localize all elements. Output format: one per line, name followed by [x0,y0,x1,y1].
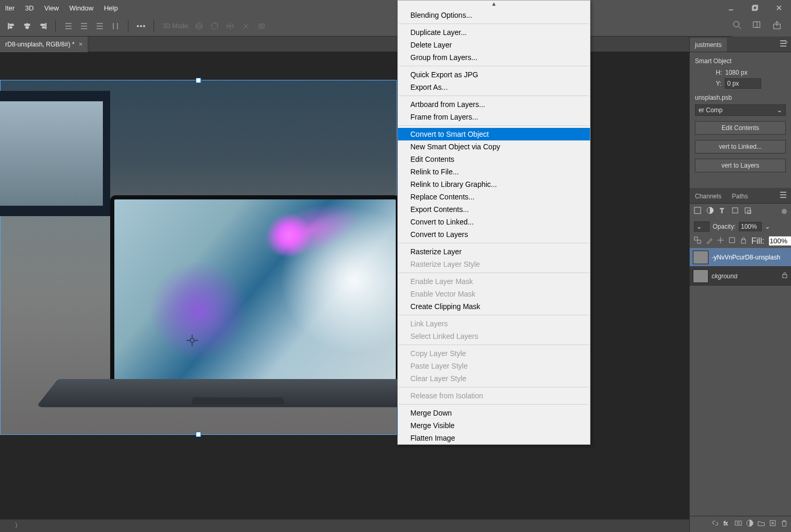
3d-zoom-icon[interactable] [255,20,268,32]
layer-row[interactable]: ckground [690,267,791,286]
context-menu-item[interactable]: Relink to File... [398,165,590,178]
layer-thumbnail[interactable] [693,251,709,264]
edit-contents-button[interactable]: Edit Contents [695,121,786,135]
panels-expand-icon[interactable]: » [785,39,788,45]
height-label: H: [716,69,722,76]
search-icon[interactable] [733,20,742,32]
context-menu-item[interactable]: Delete Layer [398,39,590,51]
lock-pixels-icon[interactable] [705,237,713,246]
menu-view[interactable]: View [39,4,64,12]
link-layers-icon[interactable] [712,519,719,529]
svg-rect-10 [26,27,29,28]
3d-roll-icon[interactable] [208,20,221,32]
lock-transparency-icon[interactable] [694,237,701,246]
canvas-image[interactable] [0,80,397,435]
layer-name[interactable]: ckground [712,273,737,280]
delete-layer-icon[interactable] [781,519,788,529]
svg-point-33 [734,21,739,27]
context-menu-item[interactable]: Export Contents... [398,203,590,216]
filter-toggle-icon[interactable] [782,209,787,214]
layer-thumbnail[interactable] [693,269,709,283]
context-menu-item[interactable]: Export As... [398,81,590,93]
transform-handle-top[interactable] [196,78,201,83]
distribute-spacing-icon[interactable] [109,20,122,32]
minimize-button[interactable] [719,0,743,16]
context-menu-item[interactable]: Duplicate Layer... [398,26,590,39]
restore-button[interactable] [743,0,767,16]
more-options-icon[interactable] [135,20,147,32]
distribute-top-icon[interactable] [62,20,75,32]
layer-row[interactable]: -yNvVnPcurD8-unsplash [690,248,791,267]
panel-menu-icon[interactable]: ☰ [775,36,791,52]
lock-icon[interactable] [782,272,788,280]
layers-panel-menu-icon[interactable]: ☰ [775,187,791,203]
align-center-h-icon[interactable] [21,20,33,32]
transform-handle-bottom[interactable] [196,432,201,437]
align-right-icon[interactable] [37,20,49,32]
context-menu-item[interactable]: Relink to Library Graphic... [398,178,590,191]
context-menu-item[interactable]: Quick Export as JPG [398,68,590,81]
3d-pan-icon[interactable] [224,20,237,32]
layer-style-icon[interactable]: fx [723,519,730,529]
blend-mode-dropdown[interactable]: ⌄ [694,221,710,232]
close-tab-icon[interactable]: × [79,40,83,48]
context-menu-item[interactable]: Replace Contents... [398,191,590,203]
transform-reference-point[interactable] [186,335,198,346]
layer-name[interactable]: -yNvVnPcurD8-unsplash [712,254,780,261]
status-expand-icon[interactable]: 〉 [15,521,21,530]
menu-filter[interactable]: lter [0,4,20,12]
new-group-icon[interactable] [758,519,765,529]
layer-comp-dropdown[interactable]: er Comp⌄ [695,104,786,116]
menu-window[interactable]: Window [64,4,99,12]
new-layer-icon[interactable] [769,519,776,529]
adjustment-layer-icon[interactable] [746,519,753,529]
paths-tab[interactable]: Paths [727,190,753,203]
svg-rect-35 [753,22,760,28]
3d-slide-icon[interactable] [240,20,252,32]
workspace-icon[interactable] [752,20,762,32]
fill-input[interactable] [769,236,791,246]
layer-mask-icon[interactable] [735,519,742,529]
3d-mode-label: 3D Mode: [162,22,190,30]
opacity-input[interactable] [739,222,762,231]
context-menu-item[interactable]: Convert to Smart Object [398,128,590,140]
context-menu-item[interactable]: Convert to Layers [398,228,590,241]
share-icon[interactable] [772,20,782,32]
3d-orbit-icon[interactable] [193,20,205,32]
convert-to-linked-button[interactable]: vert to Linked... [695,140,786,153]
canvas-area[interactable]: 〉 [0,52,791,532]
y-input[interactable] [725,78,761,89]
menu-3d[interactable]: 3D [20,4,39,12]
convert-to-layers-button[interactable]: vert to Layers [695,159,786,172]
context-menu-item[interactable]: Merge Visible [398,419,590,432]
context-menu-item[interactable]: Edit Contents [398,153,590,165]
right-panels: » justments ☰ Smart Object H: 1080 px Y:… [689,37,791,532]
context-menu-item[interactable]: Frame from Layers... [398,111,590,123]
context-menu-item[interactable]: Rasterize Layer [398,245,590,258]
filter-type-icon[interactable]: T [719,207,726,216]
close-button[interactable] [767,0,791,16]
document-tab[interactable]: rD8-unsplash, RGB/8#) * × [0,37,88,52]
menu-help[interactable]: Help [99,4,123,12]
context-menu-item[interactable]: Group from Layers... [398,51,590,64]
channels-tab[interactable]: Channels [690,190,727,203]
context-menu-item[interactable]: Convert to Linked... [398,216,590,228]
distribute-center-v-icon[interactable] [78,20,90,32]
filter-smartobject-icon[interactable] [744,207,751,216]
lock-position-icon[interactable] [717,237,724,246]
context-menu-item[interactable]: Merge Down [398,407,590,419]
context-menu-item[interactable]: Flatten Image [398,432,590,444]
filter-shape-icon[interactable] [731,207,739,216]
adjustments-tab[interactable]: justments [690,38,727,52]
context-menu-item[interactable]: New Smart Object via Copy [398,140,590,153]
align-left-icon[interactable] [5,20,18,32]
distribute-bottom-icon[interactable] [93,20,106,32]
context-menu-item[interactable]: Create Clipping Mask [398,300,590,313]
context-menu-item[interactable]: Artboard from Layers... [398,98,590,111]
filter-pixel-icon[interactable] [694,207,701,216]
context-menu-item[interactable]: Blending Options... [398,9,590,21]
context-menu-scroll-up-icon[interactable]: ▲ [398,1,590,9]
filter-adjustment-icon[interactable] [706,207,714,216]
lock-all-icon[interactable] [740,237,747,246]
lock-artboard-icon[interactable] [728,237,736,246]
